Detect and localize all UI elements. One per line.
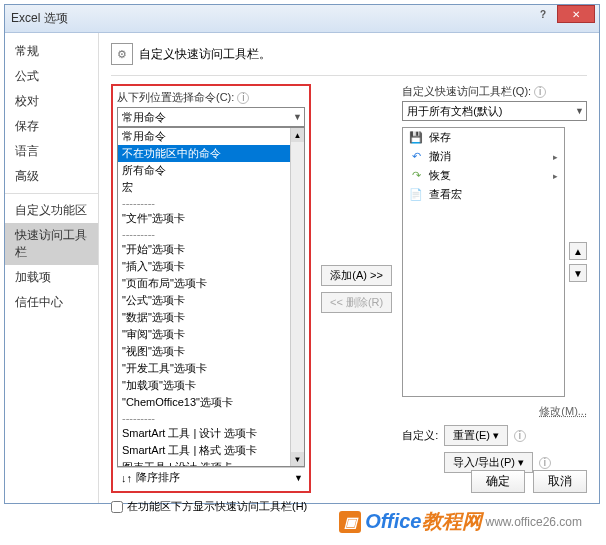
list-item[interactable]: "视图"选项卡 [118, 343, 304, 360]
sidebar-item-formulas[interactable]: 公式 [5, 64, 98, 89]
add-button[interactable]: 添加(A) >> [321, 265, 392, 286]
sidebar-item-general[interactable]: 常规 [5, 39, 98, 64]
list-item[interactable]: "页面布局"选项卡 [118, 275, 304, 292]
list-item[interactable]: "开始"选项卡 [118, 241, 304, 258]
show-below-ribbon-label: 在功能区下方显示快速访问工具栏(H) [127, 499, 307, 514]
sidebar-item-trust-center[interactable]: 信任中心 [5, 290, 98, 315]
qat-item[interactable]: 💾保存 [403, 128, 564, 147]
sort-label: 降序排序 [136, 470, 180, 485]
qat-item-label: 恢复 [429, 168, 451, 183]
info-icon[interactable]: i [539, 457, 551, 469]
list-item[interactable]: 图表工具 | 设计 选项卡 [118, 459, 304, 467]
titlebar: Excel 选项 ? ✕ [5, 5, 599, 33]
qat-item[interactable]: ↷恢复▸ [403, 166, 564, 185]
list-item[interactable]: "公式"选项卡 [118, 292, 304, 309]
transfer-buttons: 添加(A) >> << 删除(R) [321, 84, 392, 493]
sort-down-icon: ↓↑ [121, 472, 132, 484]
sidebar-item-language[interactable]: 语言 [5, 139, 98, 164]
qat-target-panel: 自定义快速访问工具栏(Q): i 用于所有文档(默认) ▼ 💾保存↶撤消▸↷恢复… [402, 84, 587, 493]
list-item[interactable]: --------- [118, 411, 304, 425]
sidebar-item-advanced[interactable]: 高级 [5, 164, 98, 189]
chevron-down-icon: ▼ [294, 473, 303, 483]
list-item[interactable]: SmartArt 工具 | 格式 选项卡 [118, 442, 304, 459]
qat-scope-combo[interactable]: 用于所有文档(默认) ▼ [402, 101, 587, 121]
modify-link[interactable]: 修改(M)... [539, 405, 587, 417]
list-item[interactable]: "数据"选项卡 [118, 309, 304, 326]
list-item[interactable]: "文件"选项卡 [118, 210, 304, 227]
reorder-buttons: ▲ ▼ [569, 127, 587, 397]
sidebar-item-qat[interactable]: 快速访问工具栏 [5, 223, 98, 265]
qat-label: 自定义快速访问工具栏(Q): [402, 85, 531, 97]
sidebar-item-customize-ribbon[interactable]: 自定义功能区 [5, 198, 98, 223]
qat-item-label: 保存 [429, 130, 451, 145]
ok-button[interactable]: 确定 [471, 470, 525, 493]
list-item[interactable]: --------- [118, 227, 304, 241]
reset-button[interactable]: 重置(E) ▾ [444, 425, 508, 446]
list-item[interactable]: 常用命令 [118, 128, 304, 145]
choose-from-value: 常用命令 [122, 110, 166, 125]
watermark: ▣ Office教程网 www.office26.com [339, 508, 582, 535]
scroll-up-icon[interactable]: ▲ [291, 128, 305, 142]
close-button[interactable]: ✕ [557, 5, 595, 23]
list-item[interactable]: "审阅"选项卡 [118, 326, 304, 343]
sidebar-divider [5, 193, 98, 194]
sidebar: 常规 公式 校对 保存 语言 高级 自定义功能区 快速访问工具栏 加载项 信任中… [5, 33, 99, 503]
qat-item[interactable]: ↶撤消▸ [403, 147, 564, 166]
commands-listbox[interactable]: 常用命令不在功能区中的命令所有命令宏---------"文件"选项卡------… [117, 127, 305, 467]
scroll-down-icon[interactable]: ▼ [291, 452, 305, 466]
list-item[interactable]: "加载项"选项卡 [118, 377, 304, 394]
watermark-icon: ▣ [339, 511, 361, 533]
qat-item-label: 查看宏 [429, 187, 462, 202]
list-item[interactable]: "插入"选项卡 [118, 258, 304, 275]
qat-item[interactable]: 📄查看宏 [403, 185, 564, 204]
command-icon: ↷ [409, 169, 423, 183]
customize-label: 自定义: [402, 428, 438, 443]
chevron-down-icon: ▼ [575, 106, 584, 116]
header-title: 自定义快速访问工具栏。 [139, 46, 271, 63]
watermark-url: www.office26.com [486, 515, 583, 529]
sidebar-item-addins[interactable]: 加载项 [5, 265, 98, 290]
command-icon: 📄 [409, 188, 423, 202]
info-icon[interactable]: i [534, 86, 546, 98]
info-icon[interactable]: i [514, 430, 526, 442]
qat-scope-value: 用于所有文档(默认) [407, 104, 502, 119]
dropdown-arrow-icon: ▸ [553, 152, 558, 162]
help-button[interactable]: ? [531, 5, 555, 23]
commands-source-panel: 从下列位置选择命令(C): i 常用命令 ▼ 常用命令不在功能区中的命令所有命令… [111, 84, 311, 493]
list-item[interactable]: --------- [118, 196, 304, 210]
list-item[interactable]: 不在功能区中的命令 [118, 145, 304, 162]
info-icon[interactable]: i [237, 92, 249, 104]
cancel-button[interactable]: 取消 [533, 470, 587, 493]
choose-from-combo[interactable]: 常用命令 ▼ [117, 107, 305, 127]
chevron-down-icon: ▼ [293, 112, 302, 122]
list-item[interactable]: 宏 [118, 179, 304, 196]
list-item[interactable]: "ChemOffice13"选项卡 [118, 394, 304, 411]
move-down-button[interactable]: ▼ [569, 264, 587, 282]
sidebar-item-proofing[interactable]: 校对 [5, 89, 98, 114]
show-below-ribbon-checkbox[interactable] [111, 501, 123, 513]
window-title: Excel 选项 [11, 10, 68, 27]
qat-header-icon: ⚙ [111, 43, 133, 65]
move-up-button[interactable]: ▲ [569, 242, 587, 260]
window-controls: ? ✕ [529, 5, 595, 23]
remove-button[interactable]: << 删除(R) [321, 292, 392, 313]
scrollbar[interactable]: ▲ ▼ [290, 128, 304, 466]
sidebar-item-save[interactable]: 保存 [5, 114, 98, 139]
list-item[interactable]: "开发工具"选项卡 [118, 360, 304, 377]
choose-from-label: 从下列位置选择命令(C): [117, 91, 234, 103]
qat-list[interactable]: 💾保存↶撤消▸↷恢复▸📄查看宏 [402, 127, 565, 397]
excel-options-dialog: Excel 选项 ? ✕ 常规 公式 校对 保存 语言 高级 自定义功能区 快速… [4, 4, 600, 504]
list-item[interactable]: SmartArt 工具 | 设计 选项卡 [118, 425, 304, 442]
dropdown-arrow-icon: ▸ [553, 171, 558, 181]
command-icon: 💾 [409, 131, 423, 145]
list-item[interactable]: 所有命令 [118, 162, 304, 179]
qat-item-label: 撤消 [429, 149, 451, 164]
command-icon: ↶ [409, 150, 423, 164]
sort-row[interactable]: ↓↑ 降序排序 ▼ [117, 467, 305, 487]
main-panel: ⚙ 自定义快速访问工具栏。 从下列位置选择命令(C): i 常用命令 ▼ 常用命… [99, 33, 599, 503]
